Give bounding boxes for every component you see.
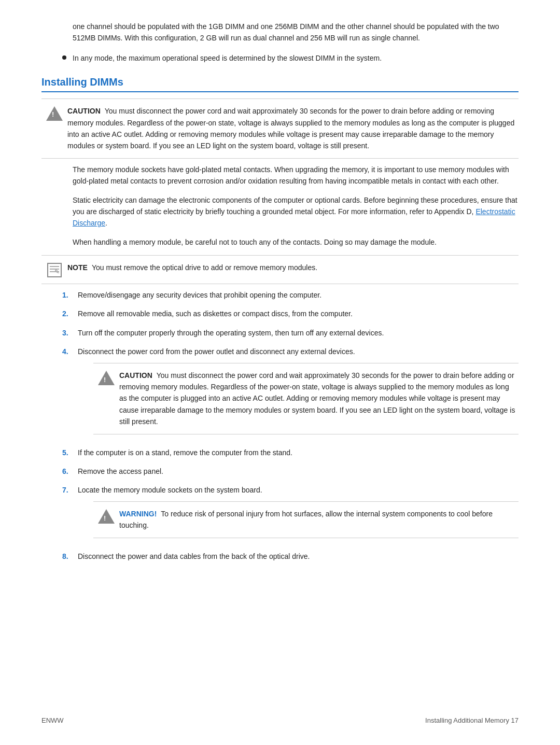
intro-paragraph: one channel should be populated with the… bbox=[73, 21, 519, 44]
caution-content-1: CAUTIONYou must disconnect the power cor… bbox=[67, 105, 519, 152]
caution-text-2: You must disconnect the power cord and w… bbox=[119, 371, 515, 426]
step-5-text: If the computer is on a stand, remove th… bbox=[78, 447, 519, 458]
step-7: 7. Locate the memory module sockets on t… bbox=[62, 484, 519, 543]
step-7-text: Locate the memory module sockets on the … bbox=[78, 486, 262, 494]
step-8-text: Disconnect the power and data cables fro… bbox=[78, 551, 519, 562]
note-label-1: NOTE bbox=[67, 263, 88, 272]
step-8-num: 8. bbox=[62, 551, 78, 562]
step-6-num: 6. bbox=[62, 466, 78, 477]
note-icon-line-3 bbox=[50, 271, 59, 272]
caution-content-2: CAUTIONYou must disconnect the power cor… bbox=[119, 370, 519, 428]
step-3-text: Turn off the computer properly through t… bbox=[78, 327, 519, 339]
body-text-2: Static electricity can damage the electr… bbox=[73, 194, 519, 229]
step-2-num: 2. bbox=[62, 308, 78, 319]
step-4-num: 4. bbox=[62, 346, 78, 357]
warning-triangle-icon bbox=[98, 509, 115, 524]
note-icon-lines bbox=[50, 266, 59, 274]
warning-text-1: To reduce risk of personal injury from h… bbox=[119, 510, 493, 529]
body-text-2-main: Static electricity can damage the electr… bbox=[73, 196, 517, 216]
footer-right: Installing Additional Memory 17 bbox=[425, 716, 519, 724]
step-3-num: 3. bbox=[62, 327, 78, 339]
caution-block-1: CAUTIONYou must disconnect the power cor… bbox=[41, 99, 519, 159]
note-icon-area bbox=[41, 262, 67, 277]
step-5: 5. If the computer is on a stand, remove… bbox=[62, 447, 519, 458]
footer-left: ENWW bbox=[41, 716, 64, 724]
page-footer: ENWW Installing Additional Memory 17 bbox=[41, 716, 519, 724]
warning-icon-area bbox=[93, 508, 119, 524]
caution-icon-area-2 bbox=[93, 370, 119, 385]
note-text-1: You must remove the optical drive to add… bbox=[92, 263, 317, 272]
intro-text-content: one channel should be populated with the… bbox=[73, 22, 499, 42]
step-4: 4. Disconnect the power cord from the po… bbox=[62, 346, 519, 439]
caution-triangle-icon-2 bbox=[98, 371, 115, 385]
steps-list: 1. Remove/disengage any security devices… bbox=[62, 289, 519, 562]
bullet-text-1: In any mode, the maximum operational spe… bbox=[73, 52, 382, 64]
step-4-content: Disconnect the power cord from the power… bbox=[78, 346, 519, 439]
step-7-num: 7. bbox=[62, 484, 78, 496]
body-text-3: When handling a memory module, be carefu… bbox=[73, 236, 519, 248]
bullet-item-1: In any mode, the maximum operational spe… bbox=[62, 52, 519, 64]
step-5-num: 5. bbox=[62, 447, 78, 458]
step-6: 6. Remove the access panel. bbox=[62, 466, 519, 477]
step-7-content: Locate the memory module sockets on the … bbox=[78, 484, 519, 543]
step-2-text: Remove all removable media, such as disk… bbox=[78, 308, 519, 319]
note-block-1: NOTEYou must remove the optical drive to… bbox=[41, 255, 519, 284]
caution-triangle-icon-1 bbox=[46, 106, 63, 121]
body-text-2-end: . bbox=[105, 219, 107, 227]
note-icon-line-2 bbox=[50, 269, 59, 270]
step-8: 8. Disconnect the power and data cables … bbox=[62, 551, 519, 562]
step-1-text: Remove/disengage any security devices th… bbox=[78, 289, 519, 301]
note-icon-line-1 bbox=[50, 266, 59, 267]
note-content-1: NOTEYou must remove the optical drive to… bbox=[67, 262, 519, 273]
warning-block-1: WARNING!To reduce risk of personal injur… bbox=[93, 501, 519, 538]
step-4-text: Disconnect the power cord from the power… bbox=[78, 347, 355, 356]
step-3: 3. Turn off the computer properly throug… bbox=[62, 327, 519, 339]
caution-label-1: CAUTION bbox=[67, 107, 101, 115]
warning-content-1: WARNING!To reduce risk of personal injur… bbox=[119, 508, 519, 531]
caution-label-2: CAUTION bbox=[119, 371, 152, 379]
step-2: 2. Remove all removable media, such as d… bbox=[62, 308, 519, 319]
bullet-dot bbox=[62, 55, 66, 60]
note-notepad-icon bbox=[47, 263, 62, 277]
caution-icon-area-1 bbox=[41, 105, 67, 121]
caution-block-2: CAUTIONYou must disconnect the power cor… bbox=[93, 363, 519, 434]
warning-label-1: WARNING! bbox=[119, 510, 157, 518]
step-1-num: 1. bbox=[62, 289, 78, 301]
step-6-text: Remove the access panel. bbox=[78, 466, 519, 477]
section-title: Installing DIMMs bbox=[41, 76, 519, 92]
body-text-1: The memory module sockets have gold-plat… bbox=[73, 164, 519, 187]
step-1: 1. Remove/disengage any security devices… bbox=[62, 289, 519, 301]
caution-text-1: You must disconnect the power cord and w… bbox=[67, 107, 514, 150]
